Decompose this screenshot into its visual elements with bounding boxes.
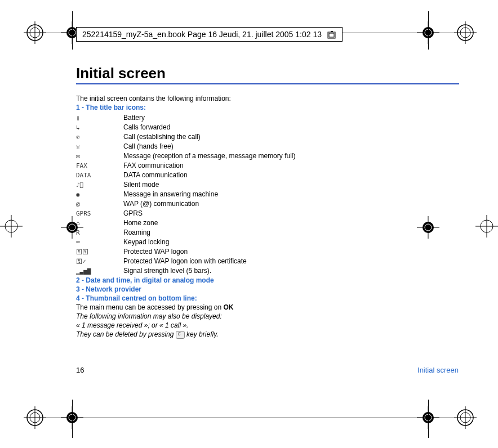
- icon-glyph: GPRS: [76, 210, 91, 217]
- main-menu-pre: The main menu can be accessed by pressin…: [76, 303, 223, 311]
- icon-label: GPRS: [123, 208, 295, 218]
- page-footer: 16 Initial screen: [76, 366, 459, 374]
- section-3-heading: 3 - Network provider: [76, 285, 453, 293]
- icon-glyph: ⚿⚿: [76, 248, 88, 256]
- page-info-text: 252214159_myZ-5a_en.book Page 16 Jeudi, …: [82, 30, 322, 39]
- icon-glyph: ⌂: [76, 219, 80, 227]
- section-2-heading: 2 - Date and time, in digital or analog …: [76, 276, 453, 284]
- icon-glyph: ☏: [76, 143, 80, 150]
- titlebar-icon: ▁▃▅▇: [76, 266, 123, 275]
- titlebar-icon: ♪⃠: [76, 180, 123, 189]
- icon-row: ⌂Home zone: [76, 218, 295, 227]
- icon-glyph: ↳: [76, 124, 80, 131]
- crop-line: [428, 400, 429, 438]
- registration-mark: [24, 406, 46, 429]
- c-key-icon: [176, 331, 185, 339]
- icon-row: GPRSGPRS: [76, 208, 295, 218]
- icon-label: Message (reception of a message, message…: [123, 151, 295, 160]
- titlebar-icon: ⌨: [76, 237, 123, 247]
- page-title: Initial screen: [76, 65, 453, 82]
- icon-glyph: ◉: [76, 191, 80, 198]
- crop-line: [46, 418, 454, 418]
- titlebar-icon: ▯: [76, 113, 123, 122]
- icon-row: ♪⃠Silent mode: [76, 180, 295, 189]
- titlebar-icon: ⚿✓: [76, 256, 123, 266]
- info-note-2: « 1 message received »; or « 1 call ».: [76, 321, 453, 329]
- titlebar-icons-list: ▯Battery↳Calls forwarded✆Call (establish…: [76, 113, 295, 275]
- icon-label: Battery: [123, 113, 295, 122]
- svg-rect-48: [329, 33, 334, 37]
- info-note-1: The following information may also be di…: [76, 312, 453, 320]
- crop-line: [72, 400, 73, 438]
- titlebar-icon: ✆: [76, 132, 123, 141]
- icon-label: Roaming: [123, 227, 295, 237]
- icon-label: Calls forwarded: [123, 122, 295, 132]
- titlebar-icon: ✉: [76, 151, 123, 160]
- icon-label: Signal strength level (5 bars).: [123, 266, 295, 275]
- registration-mark: [454, 406, 477, 429]
- icon-label: Home zone: [123, 218, 295, 227]
- icon-glyph: DATA: [76, 172, 91, 179]
- icon-label: DATA communication: [123, 170, 295, 180]
- icon-glyph: ♪⃠: [76, 181, 83, 189]
- icon-label: Protected WAP logon icon with certificat…: [123, 256, 295, 266]
- icon-row: ▯Battery: [76, 113, 295, 122]
- info-note-3-post: key briefly.: [185, 330, 219, 338]
- intro-text: The initial screen contains the followin…: [76, 95, 453, 102]
- titlebar-icon: FAX: [76, 160, 123, 170]
- icon-row: ▁▃▅▇Signal strength level (5 bars).: [76, 266, 295, 275]
- icon-label: WAP (@) communication: [123, 199, 295, 208]
- title-rule: [76, 83, 459, 84]
- icon-row: ↳Calls forwarded: [76, 122, 295, 132]
- icon-label: Silent mode: [123, 180, 295, 189]
- icon-glyph: ▁▃▅▇: [76, 267, 91, 275]
- registration-mark: [0, 215, 23, 238]
- icon-row: ⌨Keypad locking: [76, 237, 295, 247]
- titlebar-icon: ☏: [76, 141, 123, 151]
- info-note-3: They can be deleted by pressing key brie…: [76, 330, 453, 339]
- titlebar-icon: ⌂: [76, 218, 123, 227]
- icon-label: Keypad locking: [123, 237, 295, 247]
- icon-row: RRoaming: [76, 227, 295, 237]
- icon-row: ✆Call (establishing the call): [76, 132, 295, 141]
- info-note-3-pre: They can be deleted by pressing: [76, 330, 176, 338]
- icon-glyph: ⌨: [76, 239, 80, 246]
- icon-label: Call (establishing the call): [123, 132, 295, 141]
- icon-glyph: FAX: [76, 162, 87, 169]
- svg-rect-47: [331, 31, 333, 32]
- icon-row: @WAP (@) communication: [76, 199, 295, 208]
- titlebar-icon: DATA: [76, 170, 123, 180]
- icon-label: Protected WAP logon: [123, 247, 295, 256]
- section-1-heading: 1 - The title bar icons:: [76, 104, 453, 111]
- icon-glyph: ▯: [76, 114, 80, 122]
- icon-label: Call (hands free): [123, 141, 295, 151]
- titlebar-icon: GPRS: [76, 208, 123, 218]
- page-number: 16: [76, 366, 84, 374]
- titlebar-icon: ⚿⚿: [76, 247, 123, 256]
- footer-section-name: Initial screen: [417, 366, 459, 374]
- icon-row: ☏Call (hands free): [76, 141, 295, 151]
- icon-row: ⚿⚿Protected WAP logon: [76, 247, 295, 256]
- framemaker-icon: [327, 31, 336, 39]
- registration-mark: [475, 215, 498, 238]
- icon-glyph: ✆: [76, 133, 80, 141]
- icon-row: FAXFAX communication: [76, 160, 295, 170]
- main-menu-note: The main menu can be accessed by pressin…: [76, 303, 453, 311]
- icon-row: DATADATA communication: [76, 170, 295, 180]
- crop-line: [72, 11, 73, 50]
- titlebar-icon: ◉: [76, 189, 123, 199]
- registration-mark: [24, 21, 46, 44]
- icon-glyph: @: [76, 200, 80, 208]
- icon-label: FAX communication: [123, 160, 295, 170]
- icon-glyph: R: [76, 229, 80, 236]
- icon-row: ◉Message in answering machine: [76, 189, 295, 199]
- titlebar-icon: ↳: [76, 122, 123, 132]
- icon-glyph: ⚿✓: [76, 258, 86, 265]
- icon-row: ⚿✓Protected WAP logon icon with certific…: [76, 256, 295, 266]
- icon-glyph: ✉: [76, 153, 80, 160]
- icon-label: Message in answering machine: [123, 189, 295, 199]
- registration-mark: [454, 21, 477, 44]
- crop-line: [428, 11, 429, 50]
- titlebar-icon: R: [76, 227, 123, 237]
- titlebar-icon: @: [76, 199, 123, 208]
